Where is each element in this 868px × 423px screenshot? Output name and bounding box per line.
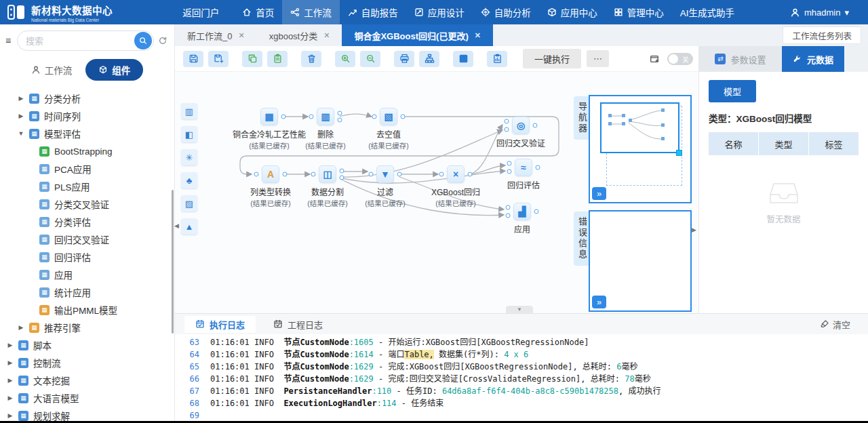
node-port[interactable]	[506, 214, 511, 218]
print-button[interactable]	[394, 51, 414, 67]
nav-item-4[interactable]: 自助分析	[473, 0, 539, 24]
more-actions-button[interactable]: ⋯	[587, 50, 609, 67]
copy-button[interactable]	[242, 51, 262, 67]
minimap-resize-handle[interactable]	[676, 150, 682, 156]
node-port[interactable]	[468, 172, 473, 177]
nav-item-1[interactable]: 工作流	[282, 0, 340, 24]
tree-item[interactable]: ▶▦控制流	[0, 354, 174, 371]
tree-item[interactable]: ▶▦分类分析	[0, 89, 174, 107]
tree-expander-icon[interactable]: ▶	[18, 113, 24, 119]
node-port[interactable]	[505, 119, 509, 124]
node-port[interactable]	[309, 115, 314, 119]
layout-button[interactable]	[419, 51, 439, 67]
nav-item-3[interactable]: 应用设计	[406, 0, 473, 24]
node-port[interactable]	[439, 172, 444, 177]
close-tab-icon[interactable]: ✕	[475, 31, 481, 40]
node-port[interactable]	[311, 172, 316, 177]
navigator-expand-button[interactable]: »	[592, 187, 606, 200]
workflow-node-6[interactable]: ×XGBoost回归(结果已缓存)	[416, 165, 495, 208]
node-port[interactable]	[283, 172, 288, 177]
node-port[interactable]	[338, 118, 342, 123]
minimap-viewport[interactable]	[600, 102, 679, 153]
workflow-canvas[interactable]: ▥◧✳♣▨▲ 导航器	[175, 72, 698, 313]
node-port[interactable]	[533, 123, 538, 128]
search-button[interactable]	[134, 32, 152, 49]
sidebar-scrollbar[interactable]	[172, 190, 174, 334]
sidebar-tab-components[interactable]: 组件	[85, 59, 143, 81]
model-tab-button[interactable]: 模型	[709, 80, 756, 102]
tab-metadata[interactable]: 元数据	[782, 46, 844, 72]
sidebar-tab-workflow[interactable]: 工作流	[31, 63, 73, 77]
node-port[interactable]	[397, 172, 402, 177]
palette-item-1-icon[interactable]: ◧	[181, 126, 197, 142]
tree-item[interactable]: ▦BootStrapping	[0, 142, 174, 160]
tree-item[interactable]: ▦PCA应用	[0, 160, 174, 178]
node-port[interactable]	[505, 127, 509, 132]
tab-parameter-settings[interactable]: ⇄ 参数设置	[699, 46, 782, 72]
workflow-node-5[interactable]: ▼过滤(结果已缓存)	[346, 165, 425, 208]
tree-item[interactable]: ▦PLS应用	[0, 178, 174, 195]
nav-item-2[interactable]: 自助报告	[340, 0, 406, 24]
tree-item[interactable]: ▶▦文本挖掘	[0, 371, 174, 389]
node-port[interactable]	[254, 172, 259, 177]
close-tab-icon[interactable]: ✕	[238, 31, 244, 40]
right-panel-collapse-arrow[interactable]: ▶	[692, 226, 696, 233]
tree-item[interactable]: ▼▦模型评估	[0, 125, 174, 142]
workflow-node-8[interactable]: ≈回归评估	[484, 159, 563, 190]
node-port[interactable]	[340, 176, 344, 180]
nav-item-5[interactable]: 应用中心	[539, 0, 606, 24]
new-window-icon[interactable]	[650, 54, 659, 64]
node-port[interactable]	[534, 209, 539, 214]
tree-item[interactable]: ▦分类评估	[0, 213, 174, 230]
search-input[interactable]	[26, 36, 117, 46]
tree-expander-icon[interactable]: ▶	[7, 412, 14, 419]
node-port[interactable]	[401, 115, 406, 119]
workflow-tab-2[interactable]: 铜合金XGBoost回归(已更改)✕	[342, 24, 493, 46]
tree-item[interactable]: ▶▦脚本	[0, 336, 174, 354]
tree-item[interactable]: ▦统计应用	[0, 283, 174, 301]
nav-item-7[interactable]: AI生成式助手	[672, 0, 743, 24]
sidebar-collapse-arrow[interactable]: ◀	[174, 222, 179, 229]
zoom-in-button[interactable]	[335, 51, 355, 67]
tree-item[interactable]: ▦分类交叉验证	[0, 195, 174, 213]
tab-project-log[interactable]: 工程日志	[262, 316, 334, 333]
toggle-switch[interactable]: 关	[667, 53, 693, 65]
tree-expander-icon[interactable]: ▼	[18, 130, 24, 137]
clear-log-button[interactable]: 清空	[820, 318, 850, 331]
log-collapse-handle[interactable]: ▼	[506, 306, 533, 313]
palette-item-0-icon[interactable]: ▥	[181, 103, 197, 119]
report-doc-button[interactable]	[487, 51, 507, 67]
back-to-portal-link[interactable]: 返回门户	[182, 5, 219, 19]
tree-expander-icon[interactable]: ▶	[7, 395, 14, 401]
workflow-node-9[interactable]: ▟应用	[483, 203, 561, 235]
workflow-tab-1[interactable]: xgboost分类✕	[257, 24, 342, 46]
palette-item-2-icon[interactable]: ✳	[181, 149, 197, 165]
tree-expander-icon[interactable]: ▶	[7, 342, 14, 348]
node-port[interactable]	[281, 115, 286, 119]
save-button[interactable]	[183, 51, 203, 67]
tree-item[interactable]: ▶▦时间序列	[0, 107, 174, 125]
tree-expander-icon[interactable]: ▶	[18, 95, 24, 102]
hamburger-icon[interactable]: ≡	[3, 35, 13, 46]
help-button[interactable]: ?	[453, 51, 473, 67]
paste-button[interactable]	[267, 51, 288, 67]
node-port[interactable]	[507, 169, 512, 174]
tree-item[interactable]: ▦回归评估	[0, 248, 174, 266]
trash-button[interactable]	[301, 51, 321, 67]
tab-execution-log[interactable]: 执行日志	[184, 316, 256, 333]
tree-expander-icon[interactable]: ▶	[18, 324, 24, 331]
palette-item-4-icon[interactable]: ▨	[181, 195, 197, 212]
nav-item-6[interactable]: 管理中心	[606, 0, 672, 24]
node-port[interactable]	[506, 205, 511, 210]
workflow-node-7[interactable]: ◎回归交叉验证	[481, 117, 560, 148]
tree-item[interactable]: ▦回归交叉验证	[0, 230, 174, 248]
workflow-task-list-button[interactable]: 工作流任务列表	[783, 26, 861, 44]
refresh-icon[interactable]	[158, 36, 167, 45]
tree-expander-icon[interactable]: ▶	[7, 359, 14, 366]
run-all-button[interactable]: 一键执行	[523, 49, 581, 68]
user-menu[interactable]: mhadmin ▾	[790, 7, 849, 18]
tree-item[interactable]: ▦应用	[0, 266, 174, 283]
node-port[interactable]	[536, 165, 540, 170]
workflow-tab-0[interactable]: 新工作流_0✕	[175, 24, 257, 46]
palette-item-5-icon[interactable]: ▲	[181, 218, 197, 235]
